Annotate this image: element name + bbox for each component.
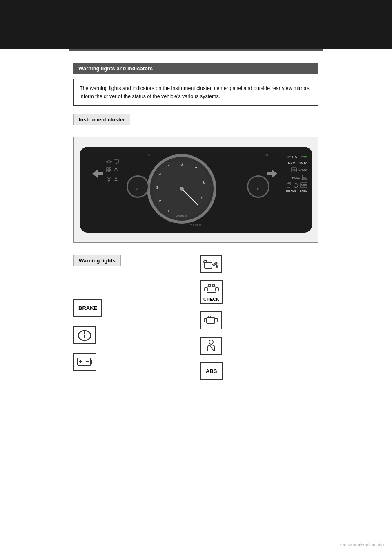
left-turn-signal-icon [92, 169, 103, 178]
battery-warning-icon [77, 356, 93, 367]
h-left-label: H [148, 153, 151, 157]
svg-text:C   SET  lθ: C SET lθ [190, 224, 201, 227]
svg-rect-3 [267, 172, 272, 175]
tachometer-gauge: J↑ [127, 175, 149, 198]
svg-rect-1 [98, 172, 103, 175]
warning-lights-left-col: Warning lights BRAKE [74, 255, 192, 380]
svg-rect-66 [215, 319, 218, 322]
check-engine-label: CHECK [203, 297, 219, 302]
check-engine-wrapper: CHECK [200, 280, 223, 304]
svg-rect-59 [212, 284, 214, 286]
svg-text:F: F [257, 187, 259, 190]
svg-text:i: i [296, 185, 296, 187]
svg-text:4: 4 [159, 172, 161, 176]
svg-rect-11 [107, 168, 108, 169]
svg-rect-12 [109, 168, 111, 169]
seatbelt-warning-icon [204, 339, 218, 352]
brake-warning-wrapper: BRAKE [74, 299, 192, 317]
content-area: Warning lights and indicators The warnin… [0, 51, 392, 401]
svg-text:3: 3 [156, 186, 158, 190]
engine-check-icon [204, 283, 219, 296]
svg-rect-64 [212, 316, 214, 318]
instrument-cluster-header: Instrument cluster [74, 114, 130, 125]
svg-rect-14 [109, 170, 111, 172]
oil-pressure-wrapper [200, 255, 222, 273]
oil-can-icon [203, 257, 219, 271]
abs-wrapper: ABS [200, 362, 223, 380]
svg-text:HOLD: HOLD [291, 169, 297, 171]
person-icon [114, 177, 118, 182]
warning-lights-header: Warning lights [74, 255, 121, 266]
svg-rect-13 [107, 170, 108, 172]
svg-text:ABS: ABS [301, 184, 307, 187]
engine-icon [203, 314, 219, 327]
brake-cluster-label: BRAKE [286, 190, 296, 193]
svg-text:NORMAL: NORMAL [176, 215, 188, 218]
top-bar [0, 0, 392, 49]
rcta-label: RCTA [298, 161, 307, 165]
sun-icon [106, 159, 112, 165]
seatbelt-wrapper [200, 337, 222, 355]
h-right-label: H↑ [264, 153, 268, 157]
svg-rect-10 [116, 163, 117, 164]
svg-text:1: 1 [167, 209, 169, 213]
svg-point-18 [107, 177, 111, 182]
abs-icon: ABS [200, 362, 223, 380]
instrument-cluster-image: ! [74, 137, 318, 243]
hold-icon: HOLD [291, 167, 297, 172]
section-main-header: Warning lights and indicators [74, 63, 318, 74]
brake-label: BRAKE [77, 304, 99, 312]
hold-label: HOLD [292, 176, 300, 179]
svg-point-4 [108, 161, 110, 163]
warning-lights-right-col: CHECK [200, 255, 318, 380]
svg-text:8: 8 [203, 180, 205, 184]
eco-label: ECO [301, 155, 307, 159]
check-cluster-icon: CHECK [302, 175, 307, 180]
left-icons-column: BRAKE [74, 299, 192, 371]
display-icon [114, 159, 119, 164]
oil-pressure-icon [200, 255, 222, 273]
svg-text:7: 7 [195, 166, 197, 170]
svg-point-56 [216, 265, 218, 268]
svg-rect-51 [91, 360, 92, 364]
cluster-left-icons: ! [106, 159, 119, 182]
tire-pressure-wrapper [74, 326, 192, 344]
seatbelt-icon [200, 337, 222, 355]
warning-triangle-icon: ! [113, 167, 119, 172]
svg-rect-63 [208, 316, 210, 318]
svg-text:6: 6 [180, 162, 183, 166]
grid-icon [106, 167, 111, 172]
svg-rect-9 [114, 160, 119, 163]
brake-warning-icon: BRAKE [74, 299, 102, 317]
svg-point-67 [209, 340, 213, 344]
speedometer-numbers: 6 7 8 9 5 4 3 2 1 NORMAL [151, 158, 212, 219]
fuel-gauge: F [247, 175, 270, 198]
page-container: Warning lights and indicators The warnin… [0, 0, 392, 555]
pva-label: P↑HA [287, 155, 297, 159]
svg-rect-57 [207, 286, 216, 293]
watermark: carmanualsonline.info [340, 542, 384, 547]
svg-text:5: 5 [167, 162, 169, 166]
svg-marker-0 [92, 170, 98, 178]
svg-text:9: 9 [201, 196, 203, 200]
svg-rect-58 [209, 284, 211, 286]
abs-cluster-icon: ABS [300, 182, 307, 188]
svg-rect-38 [287, 184, 290, 187]
speedometer-gauge: 6 7 8 9 5 4 3 2 1 NORMAL [147, 154, 216, 224]
battery-icon [74, 353, 96, 371]
info-box: The warning lights and indicators on the… [74, 79, 318, 106]
svg-line-29 [182, 189, 198, 205]
tire-pressure-icon [74, 326, 96, 344]
cluster-right-icons: P↑HA ECO BSM RCTA HOLD SNOW [286, 155, 307, 193]
svg-text:!: ! [116, 169, 116, 172]
battery-wrapper [74, 353, 192, 371]
cluster-dark-bg: ! [80, 147, 312, 233]
svg-rect-55 [205, 262, 212, 268]
abs-label: ABS [203, 367, 219, 375]
settings-icon [106, 177, 112, 182]
cruise-control-icon: C SET lθ [188, 222, 212, 227]
svg-line-68 [209, 345, 214, 351]
svg-text:J↑: J↑ [136, 187, 139, 190]
fuel-icon-cluster [287, 182, 292, 188]
engine-malfunction-icon [200, 311, 222, 329]
